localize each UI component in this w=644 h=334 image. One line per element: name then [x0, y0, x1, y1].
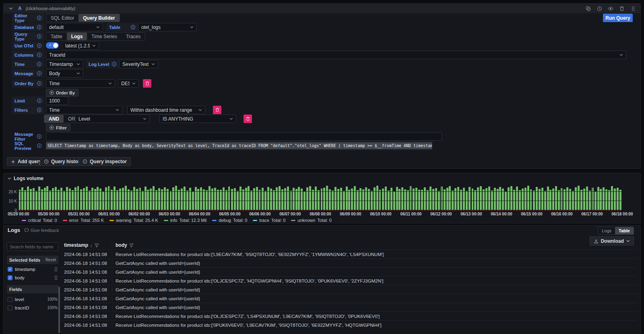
bar [197, 189, 199, 210]
info-icon[interactable]: i [37, 98, 41, 103]
view-toggle-logs[interactable]: Logs [598, 227, 615, 234]
editor-type-query-builder[interactable]: Query Builder [78, 14, 119, 22]
legend-item-info[interactable]: infoTotal: 12.3 Mil [164, 218, 207, 223]
filter-operator-select[interactable]: Within dashboard time range [127, 106, 205, 114]
bar [175, 186, 177, 210]
legend-item-trace[interactable]: traceTotal: 0 [253, 218, 285, 223]
body-column-header[interactable]: body [112, 242, 637, 248]
info-icon[interactable]: i [37, 34, 41, 39]
limit-input[interactable] [46, 96, 68, 105]
timestamp-column-header[interactable]: timestamp ↓ [61, 242, 112, 248]
view-toggle-table[interactable]: Table [615, 227, 634, 234]
table-row[interactable]: 2024-06-18 14:51:08GetCartAsync called w… [61, 267, 637, 276]
info-icon[interactable]: i [37, 134, 41, 139]
query-type-traces[interactable]: Traces [122, 33, 145, 40]
search-fields-input[interactable] [7, 242, 58, 251]
scrollbar-thumb[interactable] [58, 287, 60, 333]
sql-preview-box[interactable]: SELECT Timestamp as timestamp, Body as b… [46, 141, 432, 150]
info-icon[interactable]: i [112, 62, 116, 66]
legend-total: Total: 0 [317, 218, 331, 223]
legend-item-critical[interactable]: criticalTotal: 0 [22, 218, 57, 223]
table-row[interactable]: 2024-06-18 14:51:08GetCartAsync called w… [61, 258, 637, 267]
message-filter-input[interactable] [46, 132, 442, 141]
filter-field-select[interactable]: Time [46, 106, 122, 114]
bar [41, 189, 43, 210]
legend-item-error[interactable]: errorTotal: 255 K [63, 218, 104, 223]
y-tick-label: 10 K [8, 199, 17, 203]
query-inspector-button[interactable]: Query inspector [78, 157, 131, 166]
database-select[interactable]: default [46, 23, 103, 31]
info-icon[interactable]: i [37, 71, 41, 76]
drag-handle-icon[interactable] [54, 267, 58, 272]
table-row[interactable]: 2024-06-18 14:51:08Receive ListRecommend… [61, 250, 637, 258]
remove-order-by-button[interactable] [143, 79, 151, 88]
info-icon[interactable]: i [37, 81, 41, 86]
add-order-by-button[interactable]: Order By [46, 89, 78, 96]
info-icon[interactable]: i [37, 16, 41, 20]
query-type-table[interactable]: Table [46, 33, 67, 40]
sort-desc-icon[interactable]: ↓ [90, 243, 93, 248]
table-row[interactable]: 2024-06-18 14:51:08GetCartAsync called w… [61, 285, 637, 294]
filter-icon[interactable] [129, 243, 134, 248]
bar [147, 190, 149, 210]
remove-sub-filter-button[interactable] [244, 115, 252, 123]
run-query-button[interactable]: Run Query [603, 14, 633, 22]
query-type-time-series[interactable]: Time Series [87, 33, 122, 40]
info-icon[interactable]: i [37, 143, 41, 148]
info-icon[interactable]: i [37, 53, 41, 57]
time-column-select[interactable]: Timestamp [46, 60, 83, 68]
remove-filter-button[interactable] [213, 106, 221, 114]
info-icon[interactable]: i [37, 25, 41, 29]
table-select[interactable]: otel_logs [138, 23, 197, 31]
bar [396, 187, 398, 210]
trash-icon[interactable] [619, 5, 625, 12]
table-row[interactable]: 2024-06-18 14:51:08Receive ListRecommend… [61, 311, 637, 320]
table-body: 2024-06-18 14:51:08Receive ListRecommend… [61, 250, 637, 329]
legend-item-warning[interactable]: warningTotal: 25.4 K [109, 218, 158, 223]
chevron-down-icon[interactable] [8, 5, 14, 12]
duplicate-icon[interactable] [585, 5, 591, 12]
table-row[interactable]: 2024-06-18 14:51:08GetCartAsync called w… [61, 294, 637, 303]
sub-filter-operator-select[interactable]: IS ANYTHING [159, 115, 236, 123]
use-otel-toggle[interactable]: ✓ [46, 42, 59, 49]
editor-type-sql-editor[interactable]: SQL Editor [46, 14, 78, 22]
info-icon[interactable]: i [37, 43, 41, 48]
legend-total: Total: 12.3 Mil [179, 218, 206, 223]
info-icon[interactable]: i [37, 62, 41, 66]
table-row[interactable]: 2024-06-18 14:51:08Receive ListRecommend… [61, 276, 637, 285]
give-feedback-link[interactable]: Give feedback [24, 228, 59, 233]
legend-item-debug[interactable]: debugTotal: 0 [212, 218, 247, 223]
bar [105, 187, 107, 210]
log-level-select[interactable]: SeverityText [119, 60, 158, 68]
query-row-header[interactable]: A (clickhouse-observability) [4, 4, 640, 13]
drag-handle-icon[interactable] [54, 275, 58, 280]
table-row[interactable]: 2024-06-18 14:51:08Receive ListRecommend… [61, 320, 637, 329]
info-icon[interactable]: i [131, 25, 135, 29]
fields-header: Fields [7, 285, 58, 293]
sub-filter-field-select[interactable]: Level [75, 115, 150, 123]
add-filter-button[interactable]: Filter [46, 124, 70, 131]
info-icon[interactable]: i [37, 108, 41, 112]
filter-icon[interactable] [95, 243, 99, 248]
columns-multiselect[interactable]: TraceId [46, 51, 626, 59]
drag-handle-icon[interactable] [630, 5, 636, 12]
eye-icon[interactable] [607, 5, 614, 12]
table-row[interactable]: 2024-06-18 14:51:08GetCartAsync called w… [61, 303, 637, 311]
query-type-logs[interactable]: Logs [67, 33, 87, 40]
checkbox-checked[interactable]: ✓ [8, 267, 12, 272]
legend-item-unknown[interactable]: unknownTotal: 0 [291, 218, 332, 223]
bar [398, 189, 400, 210]
bar [144, 186, 147, 210]
otel-version-select[interactable]: latest (1.2.9) [62, 41, 99, 50]
logs-volume-title[interactable]: Logs volume [8, 176, 43, 181]
conjunction-and[interactable]: AND [44, 115, 64, 123]
order-by-field-select[interactable]: Time [46, 79, 115, 88]
checkbox-unchecked[interactable] [8, 297, 12, 302]
history-icon[interactable] [596, 5, 603, 12]
reset-button[interactable]: Reset [45, 258, 56, 262]
order-by-direction-select[interactable]: DESC [118, 79, 139, 88]
message-column-select[interactable]: Body [46, 69, 83, 78]
checkbox-unchecked[interactable] [8, 305, 12, 310]
chevron-down-icon [229, 118, 233, 120]
checkbox-checked[interactable]: ✓ [8, 275, 12, 280]
